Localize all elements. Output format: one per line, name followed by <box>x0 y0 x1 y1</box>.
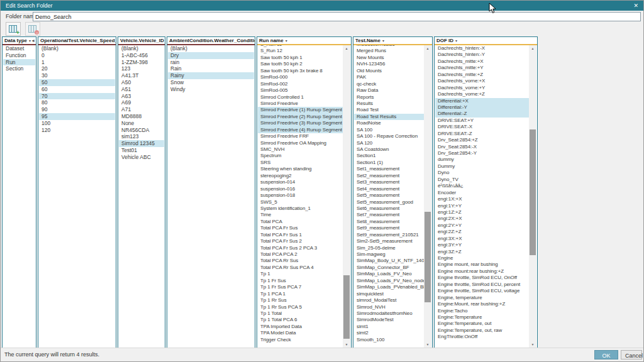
list-item[interactable]: Set1_measurement <box>354 166 424 172</box>
list-item[interactable]: engi:1X:+X <box>435 196 529 202</box>
scroll-up-icon[interactable]: ▲ <box>343 45 350 52</box>
list-item[interactable]: rain <box>168 59 254 66</box>
list-item[interactable]: Total PCA Fr Sus 2 <box>258 238 343 244</box>
list-item[interactable]: Set2_measurement <box>354 173 424 179</box>
list-item[interactable]: Set3_measurement <box>354 179 424 185</box>
list-item[interactable]: EngThrottle:OnOff <box>435 334 529 340</box>
list-item[interactable]: SimRod-005 <box>258 87 343 94</box>
list-item[interactable]: Dataset <box>3 45 35 52</box>
list-item[interactable]: (Blank) <box>39 45 115 52</box>
list-item[interactable]: 90 <box>39 106 115 113</box>
list-item[interactable]: Tp 1 Fr Sus <box>258 278 343 284</box>
list-item[interactable]: Set9_measurement_210521 <box>354 232 424 238</box>
scroll-thumb[interactable] <box>530 129 536 255</box>
list-item[interactable]: Saw tooth 50 kph 2 <box>258 61 343 67</box>
list-item[interactable]: Engine throttle, SimRod ECU, voltage <box>435 288 529 294</box>
list-item[interactable]: Set4_measurement <box>354 186 424 192</box>
list-item[interactable]: SA Coastdown <box>354 146 424 153</box>
list-item[interactable]: Differential:+X <box>435 98 529 104</box>
list-item[interactable]: Tp 1 PCA 1 <box>258 291 343 297</box>
list-item[interactable]: Tp 1 Fr Sus PCA 7 <box>258 284 343 290</box>
list-item[interactable]: Simrod_NVH <box>354 304 424 310</box>
list-item[interactable]: suspension-014 <box>258 179 343 185</box>
list-item[interactable]: Saw tooth 50 kph 3x brake 8 <box>258 68 343 74</box>
list-item[interactable]: engi:2Y:+Y <box>435 222 529 229</box>
list-item[interactable]: Total PCA PCA 2 <box>258 251 343 258</box>
list-item[interactable]: 50 <box>39 79 115 86</box>
list-item[interactable]: SA 120 <box>354 140 424 146</box>
list-item[interactable]: SWS_5 <box>258 199 343 206</box>
list-item[interactable]: Engine:Temperature <box>435 314 529 321</box>
list-item[interactable]: Simrod Freedrive (1) Runup Segment <box>258 107 343 113</box>
list-item[interactable]: SimRod-000 <box>258 74 343 80</box>
list-item[interactable]: Drv_Seat:2854:-Y <box>435 150 529 156</box>
list-item[interactable]: Road Test Results <box>354 114 424 120</box>
list-item[interactable]: A51 <box>119 86 164 93</box>
list-item[interactable]: 30 <box>39 72 115 79</box>
list-item[interactable]: Sim2-Set5_measurement <box>354 238 424 244</box>
list-item[interactable]: engi:1Y:+Y <box>435 203 529 209</box>
list-item[interactable]: SimrodModeTest <box>354 317 424 323</box>
list-item[interactable]: Tp 1 Rr Sus <box>258 297 343 304</box>
list-item[interactable]: RoadNoise <box>354 120 424 126</box>
list-item[interactable]: Engine, temperature <box>435 295 529 301</box>
scroll-thumb[interactable] <box>425 212 431 302</box>
column-header-vehicle-speed[interactable]: OperationalTest.Vehicle_Speed_kmh ▾ <box>38 37 116 45</box>
list-item[interactable]: PAK <box>354 74 424 80</box>
list-item[interactable]: 80 <box>39 99 115 106</box>
list-item[interactable]: Engine:Temperature, out, raw <box>435 327 529 334</box>
list-item[interactable]: dummy <box>435 156 529 163</box>
list-item[interactable]: Simrod Freedrive (4) Runup Segment <box>258 127 343 133</box>
list-item[interactable]: MD8888 <box>119 113 164 120</box>
list-item[interactable]: Engine:Tacho <box>435 308 529 314</box>
list-item[interactable]: Simrod Controlled 1 <box>258 94 343 101</box>
list-item[interactable]: 1 <box>39 59 115 66</box>
list-item[interactable]: Engine throttle, SimRod ECU, OnOff <box>435 275 529 281</box>
list-item[interactable]: Engine mount, rear bushing <box>435 261 529 268</box>
list-item[interactable]: Rain <box>168 65 254 72</box>
list-item[interactable]: 60 <box>39 86 115 93</box>
list-item[interactable]: Set6_measurement <box>354 206 424 212</box>
list-item[interactable]: DRIVE:SEAT:-Z <box>435 131 529 137</box>
cancel-button[interactable]: Cancel <box>621 350 642 359</box>
list-item[interactable]: Simrod Freedrive <box>258 101 343 107</box>
list-item[interactable]: Time <box>258 212 343 218</box>
list-item[interactable]: Section <box>3 65 35 72</box>
remove-filter-column-button[interactable]: - <box>25 22 40 36</box>
list-item[interactable]: Tp 1 Total PCA 6 <box>258 317 343 323</box>
list-item[interactable]: simt2 <box>354 330 424 336</box>
list-item[interactable]: Drv_Seat:2854:+Z <box>435 137 529 143</box>
list-item[interactable]: engi:2Z:+Z <box>435 229 529 235</box>
list-item[interactable]: Dachrechts_vorne:+X <box>435 78 529 84</box>
list-item[interactable]: SimMap_Loads_FV_Neo_nodescr <box>354 278 424 284</box>
ok-button[interactable]: OK <box>594 350 618 359</box>
list-item[interactable]: engi:3Z:+Z <box>435 249 529 255</box>
list-item[interactable]: Total PCA <box>258 219 343 225</box>
folder-name-input[interactable] <box>33 12 641 21</box>
list-item[interactable]: Set5_measurement <box>354 192 424 199</box>
list-item[interactable]: Set5_measurement_good <box>354 199 424 206</box>
column-header-data-type[interactable]: Data type ▾ ◄ <box>3 37 36 45</box>
list-item[interactable]: simt1 <box>354 324 424 330</box>
column-header-weather-condition[interactable]: AmbientCondition.Weather_Condition ▾ <box>167 37 255 45</box>
list-item[interactable]: Dachrechts_mitte:+Y <box>435 65 529 71</box>
list-item[interactable]: 95 <box>39 113 115 120</box>
list-item[interactable]: SimrodmodaltestfromNeo <box>354 310 424 317</box>
list-item[interactable]: suspension-016 <box>258 186 343 192</box>
list-item[interactable]: Section1 (1) <box>354 160 424 166</box>
list-item[interactable]: Dummy <box>435 163 529 170</box>
list-item[interactable]: Set9_measurement <box>354 225 424 231</box>
list-item[interactable]: Simrod 12345 <box>119 140 164 147</box>
list-item[interactable]: engi:2X:+X <box>435 216 529 222</box>
add-filter-column-button[interactable]: + <box>6 22 21 36</box>
list-item[interactable]: Simrod Freedrive (3) Runup Segment <box>258 120 343 126</box>
list-item[interactable]: 1-ABC-456 <box>119 52 164 59</box>
list-item[interactable]: Old Mounts <box>354 68 424 74</box>
list-item[interactable]: Snow <box>168 79 254 86</box>
scroll-thumb[interactable] <box>343 275 350 339</box>
list-item[interactable]: engi:1Z:+Z <box>435 209 529 216</box>
list-item[interactable]: Reports <box>354 94 424 101</box>
list-item[interactable]: Total PCA Fr Sus <box>258 225 343 231</box>
list-item[interactable]: A69 <box>119 99 164 106</box>
list-item[interactable]: NVH-123456 <box>354 61 424 67</box>
